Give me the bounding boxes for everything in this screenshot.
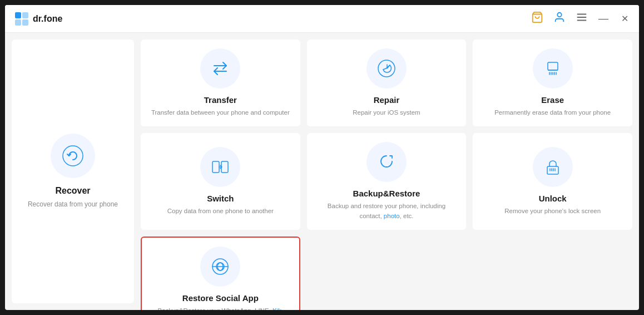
repair-icon: [376, 58, 397, 79]
unlock-desc: Remove your phone's lock screen: [504, 206, 601, 216]
recover-desc: Recover data from your phone: [28, 199, 118, 209]
recover-title: Recover: [55, 186, 90, 196]
restore-social-desc: Backup&Restore your WhatsApp, LINE, Kik,…: [151, 306, 290, 310]
erase-desc: Permanently erase data from your phone: [494, 108, 611, 117]
erase-icon-circle: [533, 48, 573, 88]
logo: dr.fone: [14, 11, 62, 27]
repair-card[interactable]: Repair Repair your iOS system: [307, 40, 467, 126]
transfer-title: Transfer: [204, 95, 237, 105]
cart-icon[interactable]: [531, 11, 543, 26]
repair-desc: Repair your iOS system: [353, 108, 420, 117]
minimize-button[interactable]: —: [598, 13, 609, 24]
user-icon[interactable]: [553, 11, 566, 26]
recover-icon-circle: [51, 134, 95, 178]
svg-rect-1: [22, 12, 28, 18]
backup-restore-desc: Backup and restore your phone, including…: [316, 201, 458, 221]
titlebar-actions: — ✕: [531, 11, 630, 26]
backup-restore-icon: [376, 151, 397, 173]
erase-card[interactable]: Erase Permanently erase data from your p…: [473, 40, 632, 126]
content-area: Recover Recover data from your phone Tra…: [5, 33, 639, 310]
transfer-icon: [210, 58, 231, 79]
restore-social-icon-circle: [200, 247, 240, 287]
svg-point-9: [63, 146, 83, 166]
app-title: dr.fone: [33, 14, 62, 24]
unlock-icon-circle: [533, 147, 573, 187]
svg-rect-20: [212, 161, 219, 173]
transfer-desc: Transfer data between your phone and com…: [151, 108, 290, 117]
transfer-card[interactable]: Transfer Transfer data between your phon…: [141, 40, 300, 126]
main-window: dr.fone — ✕ R: [5, 5, 639, 310]
restore-social-card[interactable]: Restore Social App Backup&Restore your W…: [141, 237, 300, 310]
restore-social-icon: [210, 256, 231, 277]
svg-rect-22: [547, 166, 558, 174]
repair-icon-circle: [366, 48, 407, 88]
backup-restore-icon-circle: [366, 142, 407, 182]
svg-rect-13: [548, 62, 558, 70]
titlebar: dr.fone — ✕: [5, 5, 639, 33]
repair-title: Repair: [374, 95, 400, 105]
switch-card[interactable]: Switch Copy data from one phone to anoth…: [141, 133, 300, 230]
close-button[interactable]: ✕: [619, 13, 630, 24]
switch-icon-circle: [200, 147, 240, 187]
svg-rect-21: [221, 161, 228, 173]
menu-icon[interactable]: [576, 11, 588, 26]
switch-title: Switch: [207, 194, 234, 203]
svg-rect-0: [15, 12, 21, 18]
feature-grid: Transfer Transfer data between your phon…: [141, 40, 632, 303]
recover-icon: [61, 144, 85, 168]
switch-icon: [210, 156, 231, 178]
backup-restore-card[interactable]: Backup&Restore Backup and restore your p…: [307, 133, 467, 230]
switch-desc: Copy data from one phone to another: [167, 206, 274, 216]
backup-restore-title: Backup&Restore: [353, 189, 420, 198]
restore-social-highlight: Kik: [273, 307, 281, 310]
erase-icon: [542, 58, 563, 79]
svg-point-5: [557, 13, 561, 17]
restore-social-title: Restore Social App: [182, 293, 259, 303]
svg-rect-3: [22, 19, 28, 26]
backup-highlight: photo: [384, 213, 400, 219]
unlock-icon: [542, 156, 563, 178]
recover-panel[interactable]: Recover Recover data from your phone: [12, 40, 134, 303]
svg-rect-2: [15, 19, 21, 26]
transfer-icon-circle: [200, 48, 240, 88]
unlock-title: Unlock: [539, 194, 567, 203]
erase-title: Erase: [541, 95, 564, 105]
unlock-card[interactable]: Unlock Remove your phone's lock screen: [473, 133, 632, 230]
